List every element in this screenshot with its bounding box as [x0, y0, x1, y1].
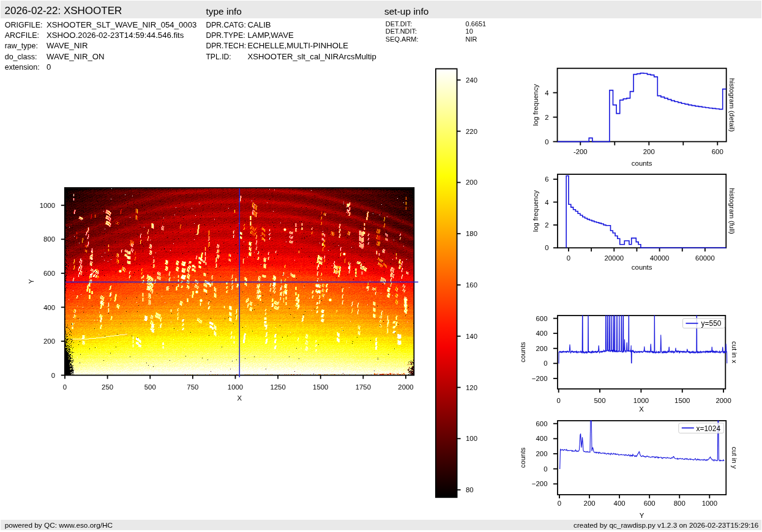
- svg-text:WAVE_NIR_ON: WAVE_NIR_ON: [47, 52, 105, 61]
- svg-text:−200: −200: [532, 375, 548, 382]
- svg-text:500: 500: [594, 397, 606, 404]
- svg-text:600: 600: [536, 315, 547, 322]
- svg-text:600: 600: [712, 148, 723, 155]
- svg-text:0: 0: [558, 500, 561, 507]
- svg-text:log frequency: log frequency: [532, 84, 539, 126]
- svg-text:Y: Y: [640, 512, 644, 519]
- svg-text:XSHOOTER_SLT_WAVE_NIR_054_0003: XSHOOTER_SLT_WAVE_NIR_054_0003: [47, 20, 196, 29]
- svg-text:200: 200: [584, 500, 596, 507]
- svg-text:set-up info: set-up info: [384, 6, 428, 17]
- svg-text:WAVE_NIR: WAVE_NIR: [47, 41, 88, 50]
- svg-text:0.6651: 0.6651: [466, 20, 487, 28]
- svg-text:200: 200: [536, 345, 547, 352]
- svg-text:1000: 1000: [633, 397, 649, 404]
- svg-text:2: 2: [545, 221, 548, 229]
- svg-text:800: 800: [43, 235, 55, 243]
- svg-text:DET.NDIT:: DET.NDIT:: [386, 28, 417, 35]
- svg-text:0: 0: [63, 383, 67, 391]
- svg-text:200: 200: [43, 338, 55, 345]
- svg-text:100: 100: [466, 435, 477, 442]
- svg-text:750: 750: [187, 383, 198, 391]
- svg-text:X: X: [237, 394, 242, 402]
- svg-text:40000: 40000: [650, 254, 670, 262]
- svg-text:200: 200: [536, 450, 547, 457]
- svg-text:180: 180: [466, 230, 477, 237]
- svg-text:1000: 1000: [702, 500, 717, 507]
- svg-text:DPR.CATG:: DPR.CATG:: [206, 21, 245, 29]
- svg-text:1500: 1500: [313, 383, 328, 391]
- svg-text:−200: −200: [532, 480, 548, 487]
- svg-text:60000: 60000: [695, 254, 715, 262]
- svg-text:0: 0: [51, 372, 55, 379]
- svg-text:LAMP,WAVE: LAMP,WAVE: [248, 31, 294, 40]
- svg-text:0: 0: [47, 62, 51, 72]
- svg-text:10: 10: [466, 28, 473, 35]
- svg-text:400: 400: [536, 330, 547, 337]
- svg-text:400: 400: [614, 500, 626, 507]
- svg-text:4: 4: [545, 89, 548, 97]
- svg-text:0: 0: [545, 138, 548, 146]
- svg-text:CALIB: CALIB: [248, 20, 271, 29]
- svg-text:1000: 1000: [228, 383, 243, 391]
- svg-text:counts: counts: [519, 342, 526, 363]
- svg-text:1500: 1500: [674, 397, 690, 404]
- svg-text:600: 600: [644, 500, 656, 507]
- svg-text:XSHOO.2026-02-23T14:59:44.546.: XSHOO.2026-02-23T14:59:44.546.fits: [47, 31, 184, 40]
- svg-text:NIR: NIR: [466, 35, 477, 43]
- svg-text:500: 500: [144, 383, 156, 391]
- svg-text:counts: counts: [632, 160, 652, 167]
- svg-text:TPL.ID:: TPL.ID:: [206, 53, 231, 61]
- svg-text:log frequency: log frequency: [532, 190, 539, 232]
- svg-text:120: 120: [466, 384, 477, 391]
- svg-text:80: 80: [466, 486, 474, 493]
- svg-text:powered by QC: www.eso.org/HC: powered by QC: www.eso.org/HC: [5, 521, 113, 530]
- svg-text:ARCFILE:: ARCFILE:: [5, 31, 39, 40]
- svg-text:extension:: extension:: [5, 63, 40, 72]
- svg-text:800: 800: [674, 500, 685, 507]
- svg-text:600: 600: [536, 420, 547, 427]
- svg-text:Y: Y: [28, 279, 35, 284]
- svg-text:2000: 2000: [398, 383, 413, 391]
- svg-text:histogram (full): histogram (full): [728, 188, 736, 234]
- svg-text:2000: 2000: [715, 397, 731, 404]
- svg-text:140: 140: [466, 333, 477, 340]
- svg-text:type info: type info: [206, 6, 242, 17]
- svg-text:ORIGFILE:: ORIGFILE:: [5, 21, 43, 29]
- svg-text:counts: counts: [632, 264, 652, 271]
- svg-text:cut in x: cut in x: [731, 341, 738, 363]
- svg-text:1250: 1250: [270, 383, 285, 391]
- svg-text:20000: 20000: [604, 254, 624, 262]
- svg-text:XSHOOTER_slt_cal_NIRArcsMultip: XSHOOTER_slt_cal_NIRArcsMultip: [248, 52, 376, 61]
- svg-text:ECHELLE,MULTI-PINHOLE: ECHELLE,MULTI-PINHOLE: [248, 41, 349, 50]
- svg-text:400: 400: [536, 435, 547, 442]
- svg-text:220: 220: [466, 128, 477, 135]
- svg-text:DET.DIT:: DET.DIT:: [386, 20, 412, 28]
- svg-text:0: 0: [543, 360, 547, 367]
- svg-text:6: 6: [545, 175, 548, 183]
- svg-text:created by qc_rawdisp.py v1.2.: created by qc_rawdisp.py v1.2.3 on 2026-…: [573, 521, 759, 530]
- svg-text:x=1024: x=1024: [696, 424, 720, 433]
- svg-text:200: 200: [466, 179, 477, 186]
- svg-text:4: 4: [545, 199, 548, 206]
- svg-text:X: X: [639, 405, 644, 413]
- svg-text:DPR.TYPE:: DPR.TYPE:: [206, 31, 245, 40]
- svg-text:1750: 1750: [356, 383, 371, 391]
- svg-text:240: 240: [466, 76, 477, 84]
- svg-text:y=550: y=550: [701, 319, 722, 328]
- svg-text:2: 2: [545, 114, 548, 121]
- svg-text:1000: 1000: [40, 202, 55, 209]
- svg-text:-200: -200: [573, 148, 588, 155]
- svg-text:raw_type:: raw_type:: [5, 42, 38, 50]
- svg-text:SEQ.ARM:: SEQ.ARM:: [386, 35, 419, 43]
- svg-text:0: 0: [545, 244, 548, 251]
- svg-text:250: 250: [102, 383, 113, 391]
- svg-text:histogram (detail): histogram (detail): [728, 78, 736, 132]
- svg-text:600: 600: [43, 270, 55, 277]
- svg-text:cut in y: cut in y: [731, 446, 738, 468]
- svg-text:DPR.TECH:: DPR.TECH:: [206, 42, 246, 50]
- svg-text:160: 160: [466, 281, 477, 289]
- svg-text:200: 200: [643, 148, 655, 155]
- svg-text:counts: counts: [519, 447, 526, 468]
- svg-text:2026-02-22: XSHOOTER: 2026-02-22: XSHOOTER: [5, 5, 122, 17]
- svg-text:400: 400: [43, 304, 55, 311]
